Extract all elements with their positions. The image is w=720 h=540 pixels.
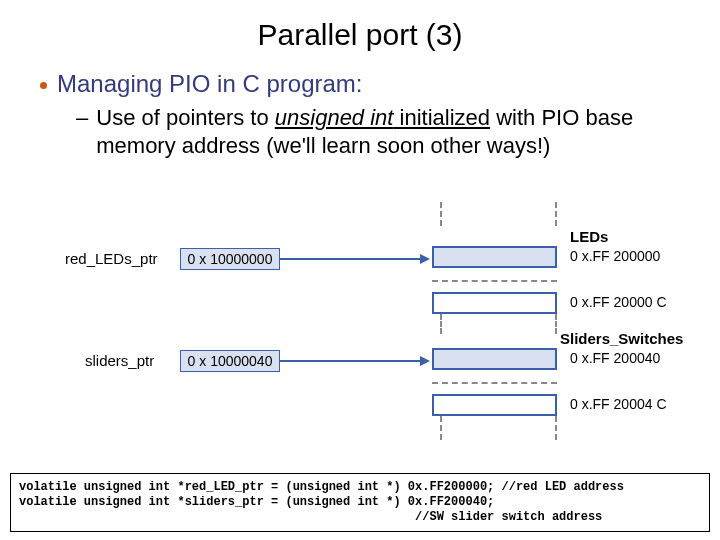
- dash-line: [432, 280, 557, 282]
- arrow-line: [280, 360, 422, 362]
- sliders-ptr-label: sliders_ptr: [85, 352, 154, 369]
- dash-line: [440, 416, 442, 440]
- dash-line: [440, 314, 442, 334]
- dash-line: [432, 382, 557, 384]
- slider-mem-word: [432, 348, 557, 370]
- dash-line: [555, 202, 557, 226]
- slider-end-addr: 0 x.FF 20004 C: [570, 396, 667, 412]
- code-block: volatile unsigned int *red_LED_ptr = (un…: [10, 473, 710, 532]
- led-base-addr: 0 x.FF 200000: [570, 248, 660, 264]
- code-line-1: volatile unsigned int *red_LED_ptr = (un…: [19, 480, 624, 494]
- sub-underlined: initialized: [393, 105, 490, 130]
- memory-diagram: LEDs red_LEDs_ptr 0 x 10000000 0 x.FF 20…: [0, 200, 720, 460]
- led-end-addr: 0 x.FF 20000 C: [570, 294, 667, 310]
- leds-header: LEDs: [570, 228, 608, 245]
- slider-mem-end: [432, 394, 557, 416]
- sliders-header: Sliders_Switches: [560, 330, 683, 347]
- sub-text: Use of pointers to unsigned int initiali…: [96, 104, 680, 160]
- dash-line: [440, 202, 442, 226]
- dash-icon: –: [76, 104, 88, 132]
- sub-prefix: Use of pointers to: [96, 105, 275, 130]
- bullet-level-1: Managing PIO in C program:: [0, 52, 720, 98]
- led-mem-end: [432, 292, 557, 314]
- slide-title: Parallel port (3): [0, 0, 720, 52]
- arrow-line: [280, 258, 422, 260]
- code-line-2: volatile unsigned int *sliders_ptr = (un…: [19, 495, 494, 509]
- bullet-text: Managing PIO in C program:: [57, 70, 362, 98]
- slider-base-addr: 0 x.FF 200040: [570, 350, 660, 366]
- arrow-head-icon: [420, 356, 430, 366]
- red-leds-ptr-label: red_LEDs_ptr: [65, 250, 158, 267]
- code-line-3: //SW slider switch address: [19, 510, 602, 524]
- dash-line: [555, 416, 557, 440]
- led-mem-word: [432, 246, 557, 268]
- sliders-ptr-box: 0 x 10000040: [180, 350, 280, 372]
- bullet-dot-icon: [40, 82, 47, 89]
- dash-line: [555, 314, 557, 334]
- arrow-head-icon: [420, 254, 430, 264]
- bullet-level-2: – Use of pointers to unsigned int initia…: [0, 98, 720, 160]
- sub-italic: unsigned int: [275, 105, 394, 130]
- red-leds-ptr-box: 0 x 10000000: [180, 248, 280, 270]
